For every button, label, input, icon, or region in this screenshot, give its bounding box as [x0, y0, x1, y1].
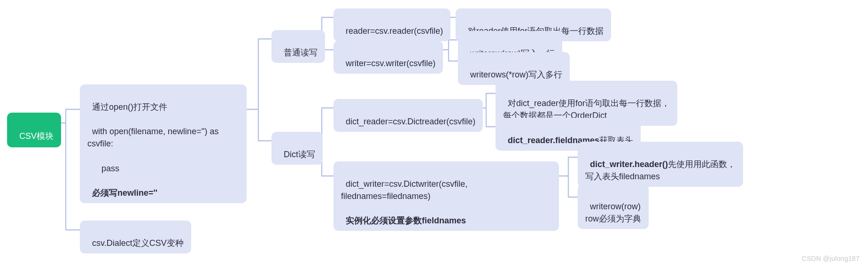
writer-label: writer=csv.writer(csvfile): [346, 59, 435, 68]
open-line2: with open(filename, newline='') as csvfi…: [87, 127, 221, 148]
watermark: CSDN @julong187: [802, 255, 860, 262]
dict-writer-header-node[interactable]: dict_writer.header()先使用用此函数， 写入表头filedna…: [578, 142, 743, 187]
dict-writer-row-node[interactable]: writerow(row) row必须为字典: [578, 184, 649, 229]
dict-rw-label: Dict读写: [284, 150, 315, 159]
reader-node[interactable]: reader=csv.reader(csvfile): [333, 8, 450, 41]
open-line4: 必须写newline='': [92, 188, 157, 198]
dict-writer-row-label: writerow(row) row必须为字典: [585, 202, 641, 223]
root-label: CSV模块: [19, 131, 54, 141]
dict-reader-note-label: 对dict_reader使用for语句取出每一行数据， 每个数据都是一个Orde…: [503, 99, 670, 120]
root-node[interactable]: CSV模块: [7, 113, 61, 147]
dict-writer-header-bold: dict_writer.header(): [590, 160, 668, 169]
open-block-node[interactable]: 通过open()打开文件 with open(filename, newline…: [80, 84, 247, 203]
open-line3: pass: [92, 164, 119, 173]
writerows-node[interactable]: writerows(*row)写入多行: [458, 52, 570, 85]
dict-writer-line1: dict_writer=csv.Dictwriter(csvfile, file…: [341, 179, 470, 201]
dict-reader-node[interactable]: dict_reader=csv.Dictreader(csvfile): [333, 99, 483, 132]
dialect-node[interactable]: csv.Dialect定义CSV变种: [80, 221, 191, 253]
normal-rw-node[interactable]: 普通读写: [271, 30, 325, 63]
reader-label: reader=csv.reader(csvfile): [346, 26, 443, 36]
dict-writer-node[interactable]: dict_writer=csv.Dictwriter(csvfile, file…: [333, 161, 559, 231]
dict-reader-label: dict_reader=csv.Dictreader(csvfile): [346, 117, 475, 126]
writer-node[interactable]: writer=csv.writer(csvfile): [333, 41, 443, 74]
dialect-label: csv.Dialect定义CSV变种: [92, 238, 184, 248]
dict-writer-line2: 实例化必须设置参数fieldnames: [346, 216, 466, 225]
normal-rw-label: 普通读写: [284, 48, 318, 57]
writerows-label: writerows(*row)写入多行: [470, 70, 562, 79]
dict-rw-node[interactable]: Dict读写: [271, 132, 323, 165]
open-line1: 通过open()打开文件: [92, 102, 167, 112]
